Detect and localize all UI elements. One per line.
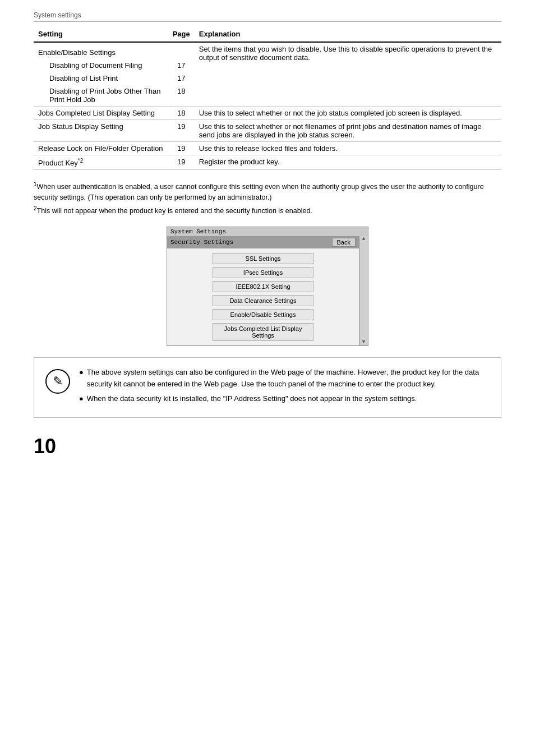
page-cell: 17 (168, 72, 195, 85)
page-cell: 18 (168, 85, 195, 107)
screenshot-menu-item[interactable]: Data Clearance Settings (213, 295, 313, 306)
setting-cell: Disabling of Document Filing (34, 59, 168, 72)
col-header-setting: Setting (34, 27, 168, 42)
page-header: System settings (34, 11, 501, 22)
explanation-cell: Use this to select whether or not filena… (195, 120, 501, 142)
setting-cell: Job Status Display Setting (34, 120, 168, 142)
note-bullet: The above system settings can also be co… (79, 367, 490, 390)
screenshot-back-button[interactable]: Back (332, 238, 356, 247)
scroll-up-icon: ▲ (362, 237, 365, 242)
footnote: 2This will not appear when the product k… (34, 204, 501, 216)
screenshot-menu-item[interactable]: IPsec Settings (213, 267, 313, 278)
screenshot-menu-item[interactable]: Jobs Completed List Display Settings (213, 323, 313, 341)
screenshot-header: Security Settings Back (167, 236, 359, 248)
note-icon: ✎ (45, 369, 70, 394)
page-cell: 17 (168, 59, 195, 72)
table-row: Enable/Disable SettingsSet the items tha… (34, 42, 501, 59)
footnotes: 1When user authentication is enabled, a … (34, 180, 501, 216)
setting-cell: Release Lock on File/Folder Operation (34, 142, 168, 155)
screenshot-section-label: Security Settings (170, 239, 233, 246)
page-cell: 19 (168, 142, 195, 155)
screenshot-menu-item[interactable]: SSL Settings (213, 253, 313, 264)
page-cell: 19 (168, 120, 195, 142)
scroll-down-icon: ▼ (362, 340, 365, 345)
setting-cell: Jobs Completed List Display Setting (34, 107, 168, 120)
note-bullet: When the data security kit is installed,… (79, 393, 490, 405)
col-header-page: Page (168, 27, 195, 42)
screenshot-container: System Settings Security Settings Back S… (34, 227, 501, 346)
explanation-cell: Set the items that you wish to disable. … (195, 42, 501, 107)
settings-table: Setting Page Explanation Enable/Disable … (34, 27, 501, 170)
page-number: 10 (34, 435, 501, 458)
screenshot-title-bar: System Settings (167, 227, 368, 236)
explanation-cell: Use this to select whether or not the jo… (195, 107, 501, 120)
note-content: The above system settings can also be co… (79, 367, 490, 408)
page-cell: 18 (168, 107, 195, 120)
note-box: ✎ The above system settings can also be … (34, 357, 501, 418)
table-row: Product Key*219Register the product key. (34, 155, 501, 170)
table-row: Job Status Display Setting19Use this to … (34, 120, 501, 142)
footnote: 1When user authentication is enabled, a … (34, 180, 501, 203)
setting-cell: Disabling of Print Jobs Other Than Print… (34, 85, 168, 107)
setting-cell: Enable/Disable Settings (34, 42, 195, 59)
table-row: Jobs Completed List Display Setting18Use… (34, 107, 501, 120)
screenshot-box: System Settings Security Settings Back S… (167, 227, 368, 346)
screenshot-menu-item[interactable]: IEEE802.1X Setting (213, 281, 313, 292)
setting-cell: Disabling of List Print (34, 72, 168, 85)
explanation-cell: Use this to release locked files and fol… (195, 142, 501, 155)
setting-cell: Product Key*2 (34, 155, 168, 170)
screenshot-scrollbar: ▲ ▼ (359, 236, 368, 345)
table-row: Release Lock on File/Folder Operation19U… (34, 142, 501, 155)
screenshot-menu-item[interactable]: Enable/Disable Settings (213, 309, 313, 320)
header-title: System settings (34, 11, 81, 19)
col-header-explanation: Explanation (195, 27, 501, 42)
explanation-cell: Register the product key. (195, 155, 501, 170)
page-cell: 19 (168, 155, 195, 170)
screenshot-content: SSL SettingsIPsec SettingsIEEE802.1X Set… (167, 248, 359, 345)
